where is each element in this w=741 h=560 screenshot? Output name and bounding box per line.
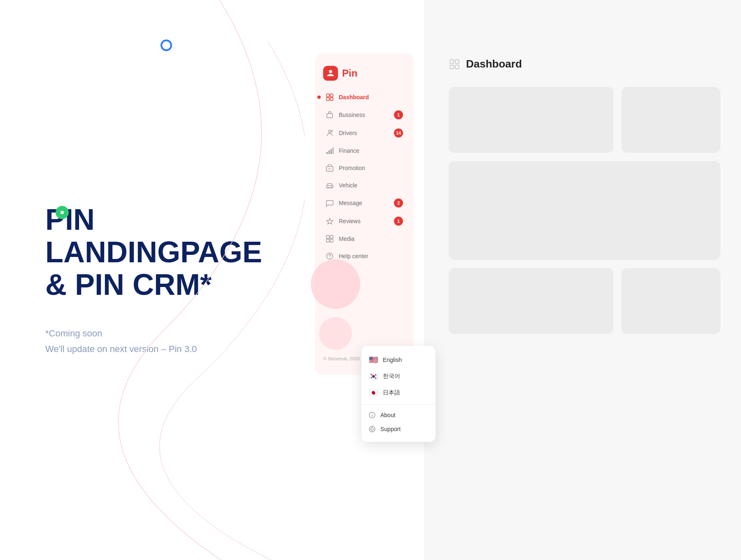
finance-icon [326, 147, 334, 155]
svg-rect-23 [450, 65, 454, 69]
help-icon [326, 252, 334, 260]
info-icon [369, 412, 375, 418]
badge-drivers: 14 [394, 128, 403, 138]
nav-label-drivers: Drivers [339, 130, 394, 136]
nav-label-promotion: Promotion [339, 165, 403, 171]
lang-divider [361, 404, 436, 405]
nav-item-dashboard[interactable]: Dashboard [320, 89, 409, 105]
promotion-icon [326, 164, 334, 172]
coming-soon-text: *Coming soon We'll update on next versio… [45, 326, 305, 357]
svg-rect-4 [327, 114, 333, 118]
svg-point-6 [331, 130, 333, 132]
svg-rect-3 [330, 98, 333, 100]
nav-item-message[interactable]: Message 2 [320, 194, 409, 212]
nav-item-media[interactable]: Media [320, 231, 409, 247]
svg-rect-17 [326, 239, 329, 242]
svg-rect-16 [330, 236, 333, 238]
nav-item-promotion[interactable]: Promotion [320, 160, 409, 176]
svg-rect-8 [329, 150, 330, 154]
logo-text: Pin [342, 68, 357, 79]
svg-point-20 [329, 258, 330, 259]
svg-rect-18 [330, 239, 333, 242]
lang-item-korean[interactable]: 🇰🇷 한국어 [361, 368, 436, 385]
footer-copyright: © Stonehub, 2020 [323, 356, 360, 361]
flag-jp: 🇯🇵 [369, 388, 378, 397]
sidebar-blob-2 [319, 317, 352, 350]
flag-us: 🇺🇸 [369, 355, 378, 364]
svg-rect-22 [455, 60, 459, 63]
lang-label-japanese: 日本語 [383, 389, 400, 397]
nav-label-dashboard: Dashboard [339, 94, 403, 100]
svg-point-26 [372, 413, 372, 414]
nav-label-vehicle: Vehicle [339, 182, 403, 189]
left-section: PIN LANDINGPAGE & PIN CRM* *Coming soon … [0, 0, 305, 560]
message-icon [326, 199, 334, 207]
dashboard-card-5 [622, 268, 720, 334]
svg-rect-24 [455, 65, 459, 69]
about-label: About [380, 412, 396, 418]
flag-kr: 🇰🇷 [369, 372, 378, 381]
badge-message: 2 [394, 198, 403, 208]
lang-item-japanese[interactable]: 🇯🇵 日本語 [361, 385, 436, 401]
svg-rect-21 [450, 60, 454, 63]
nav-item-reviews[interactable]: Reviews 1 [320, 212, 409, 230]
badge-reviews: 1 [394, 217, 403, 226]
dashboard-icon [326, 93, 334, 101]
dashboard-card-2 [622, 87, 720, 153]
hero-title: PIN LANDINGPAGE & PIN CRM* [45, 203, 305, 301]
lang-label-english: English [383, 357, 402, 363]
logo-icon [323, 66, 338, 81]
sidebar-blob-1 [311, 259, 360, 309]
language-popup: 🇺🇸 English 🇰🇷 한국어 🇯🇵 日本語 About S [361, 346, 436, 442]
support-icon [369, 426, 375, 432]
svg-rect-15 [326, 236, 329, 238]
about-button[interactable]: About [361, 408, 436, 422]
dashboard-title: Dashboard [466, 58, 522, 70]
nav-label-reviews: Reviews [339, 218, 394, 224]
reviews-icon [326, 217, 334, 225]
sidebar-nav: Dashboard Bussiness 1 [315, 89, 414, 264]
nav-label-message: Message [339, 200, 394, 206]
support-button[interactable]: Support [361, 422, 436, 436]
right-section: Dashboard [424, 0, 741, 560]
dashboard-card-1 [449, 87, 613, 153]
svg-point-5 [329, 130, 331, 133]
nav-label-finance: Finance [339, 147, 403, 154]
svg-rect-11 [326, 166, 333, 171]
deco-circle-blue [161, 40, 172, 51]
business-icon [326, 111, 334, 119]
sidebar-logo: Pin [315, 62, 414, 89]
nav-label-business: Bussiness [339, 112, 394, 118]
dashboard-card-3 [449, 161, 720, 260]
svg-rect-2 [326, 98, 329, 100]
nav-label-help: Help center [339, 253, 403, 259]
nav-label-media: Media [339, 236, 403, 242]
support-label: Support [380, 426, 401, 432]
active-indicator [317, 96, 321, 99]
vehicle-icon [326, 181, 334, 189]
drivers-icon [326, 129, 334, 137]
lang-label-korean: 한국어 [383, 373, 400, 380]
nav-item-finance[interactable]: Finance [320, 142, 409, 159]
nav-item-business[interactable]: Bussiness 1 [320, 106, 409, 124]
svg-rect-1 [330, 94, 333, 97]
sidebar: Pin Dashboard [315, 54, 414, 375]
svg-rect-9 [331, 149, 332, 154]
badge-business: 1 [394, 110, 403, 119]
svg-point-28 [371, 428, 373, 430]
nav-item-drivers[interactable]: Drivers 14 [320, 124, 409, 142]
sidebar-wrapper: Pin Dashboard [305, 0, 424, 560]
layout-icon [449, 58, 460, 70]
deco-circle-green [56, 206, 69, 219]
svg-rect-0 [326, 94, 329, 97]
nav-item-vehicle[interactable]: Vehicle [320, 177, 409, 194]
svg-rect-7 [326, 152, 328, 154]
lang-item-english[interactable]: 🇺🇸 English [361, 352, 436, 368]
media-icon [326, 235, 334, 243]
dashboard-card-4 [449, 268, 613, 334]
dashboard-header: Dashboard [449, 58, 720, 70]
svg-rect-10 [333, 147, 333, 154]
